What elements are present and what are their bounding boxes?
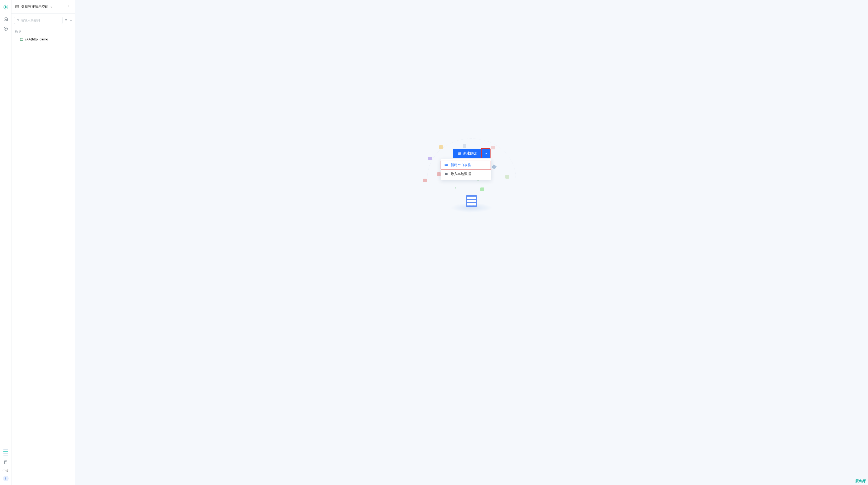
plus-circle-icon	[3, 26, 8, 31]
app-root: 中文 I 数据连接演示空间 ⋮ 数据 (AA)http_demo ◂	[0, 0, 868, 485]
table-icon	[20, 37, 24, 41]
left-rail: 中文 I	[0, 0, 11, 485]
new-data-dropdown-button[interactable]	[482, 149, 490, 158]
workspace-name: 数据连接演示空间	[21, 4, 49, 9]
svg-point-7	[4, 8, 5, 9]
workspace-header[interactable]: 数据连接演示空间 ⋮	[11, 0, 75, 13]
svg-rect-15	[445, 164, 447, 166]
search-input-wrap[interactable]	[14, 17, 63, 24]
plus-icon[interactable]	[69, 19, 72, 22]
menu-item-import-local[interactable]: 导入本地数据	[441, 170, 491, 178]
language-toggle[interactable]: 中文	[3, 468, 9, 473]
svg-point-4	[7, 6, 8, 7]
table-icon	[444, 163, 448, 167]
svg-point-5	[4, 5, 5, 6]
svg-rect-11	[16, 5, 19, 7]
svg-point-12	[17, 19, 19, 21]
svg-point-6	[7, 5, 7, 6]
workspace-icon	[15, 5, 19, 9]
tree-item[interactable]: (AA)http_demo	[15, 36, 71, 43]
search-icon	[17, 19, 20, 22]
caret-down-icon	[485, 153, 487, 154]
svg-point-0	[5, 6, 6, 8]
sidebar-section-data: 数据 (AA)http_demo	[11, 27, 75, 44]
new-data-label: 新建数据	[463, 151, 477, 156]
svg-rect-10	[4, 461, 7, 464]
svg-rect-13	[20, 38, 23, 40]
section-title: 数据	[15, 28, 71, 36]
chevron-updown-icon	[50, 5, 53, 8]
menu-item-label: 导入本地数据	[451, 172, 471, 176]
user-avatar[interactable]: I	[3, 476, 9, 481]
main-area: × + 新建数据 新建空白表格 导入本地数据	[75, 0, 868, 485]
home-button[interactable]	[2, 15, 9, 22]
add-button[interactable]	[2, 25, 9, 32]
home-icon	[3, 17, 8, 21]
item-prefix: (AA)	[25, 37, 32, 41]
app-logo-icon	[2, 4, 9, 10]
bookmark-button[interactable]	[2, 459, 9, 466]
svg-point-3	[3, 6, 4, 7]
folder-import-icon	[444, 172, 448, 176]
bookmark-icon	[4, 460, 8, 464]
rail-indicator	[3, 449, 8, 456]
svg-point-2	[5, 9, 6, 9]
grid-icon	[466, 195, 477, 207]
svg-point-8	[7, 8, 7, 9]
svg-rect-14	[458, 152, 461, 154]
menu-item-new-blank-table[interactable]: 新建空白表格	[441, 161, 491, 170]
globe-icon	[428, 157, 432, 160]
watermark: 聚集网	[855, 479, 866, 483]
sidebar-tools	[11, 13, 75, 27]
filter-icon[interactable]	[65, 19, 67, 22]
new-data-button[interactable]: 新建数据	[453, 149, 482, 158]
more-menu-button[interactable]: ⋮	[67, 4, 71, 9]
item-name: http_demo	[32, 37, 48, 41]
menu-item-label: 新建空白表格	[451, 163, 471, 167]
table-icon	[458, 151, 461, 155]
new-data-menu: 新建空白表格 导入本地数据	[441, 159, 491, 180]
search-input[interactable]	[21, 19, 60, 22]
svg-point-1	[5, 5, 6, 5]
cta-row: 新建数据	[453, 149, 490, 158]
sidebar: 数据连接演示空间 ⋮ 数据 (AA)http_demo ◂	[11, 0, 75, 485]
